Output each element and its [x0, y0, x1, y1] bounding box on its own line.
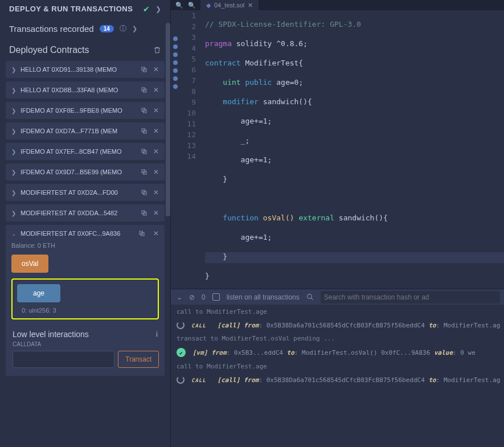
close-icon[interactable]: ✕	[153, 86, 159, 94]
copy-icon[interactable]	[141, 188, 147, 196]
trash-icon[interactable]	[153, 46, 161, 54]
search-icon[interactable]	[306, 293, 314, 301]
age-result: 0: uint256: 3	[22, 307, 152, 314]
copy-icon[interactable]	[141, 86, 147, 94]
contract-item[interactable]: ❯ MODIFIERTEST AT 0XDDA...5482 ✕	[6, 204, 165, 222]
contract-label: MODIFIERTEST AT 0XD2A...FD00	[21, 189, 136, 196]
calldata-input[interactable]	[13, 351, 114, 368]
tab-filename: 04_test.sol	[214, 2, 244, 9]
close-icon[interactable]: ✕	[153, 209, 159, 217]
contract-item[interactable]: ❯ IFDEMO AT 0XD7A...F771B (MEM ✕	[6, 122, 165, 140]
deployed-title: Deployed Contracts	[9, 45, 89, 55]
chevron-down-icon[interactable]: ⌄	[11, 231, 16, 237]
ban-icon[interactable]: ⊘	[189, 293, 195, 301]
chevron-right-icon: ❯	[11, 149, 16, 155]
contract-item[interactable]: ❯ IFDEMO AT 0XF8E...9FBE8 (MEMO ✕	[6, 102, 165, 119]
contract-label: HELLO AT 0XD8B...33FA8 (MEMO	[21, 87, 136, 93]
terminal-line: CALL [call] from: 0x5B38Da6a701c568545dC…	[177, 376, 500, 384]
chevron-right-icon[interactable]: ❯	[155, 5, 161, 13]
terminal-line: transact to ModifierTest.osVal pending .…	[177, 335, 500, 342]
close-icon[interactable]: ✕	[153, 127, 159, 135]
contract-label: IFDEMO AT 0X7EF...8CB47 (MEMO	[21, 148, 136, 155]
close-icon[interactable]: ✕	[153, 106, 159, 114]
contract-item[interactable]: ❯ HELLO AT 0XD8B...33FA8 (MEMO ✕	[6, 81, 165, 99]
low-level-title: Low level interactions	[13, 330, 89, 339]
age-button[interactable]: age	[17, 284, 60, 302]
breakpoint-icon[interactable]	[173, 84, 178, 89]
editor-tab[interactable]: ◆ 04_test.sol ✕	[200, 0, 259, 10]
close-icon[interactable]: ✕	[153, 168, 159, 176]
breakpoint-icon[interactable]	[173, 68, 178, 73]
breakpoint-icon[interactable]	[173, 36, 178, 41]
contract-label: MODIFIERTEST AT 0XDDA...5482	[21, 210, 136, 216]
spinner-icon	[177, 321, 185, 329]
contract-label: IFDEMO AT 0XD7A...F771B (MEM	[21, 128, 136, 134]
breakpoint-icon[interactable]	[173, 44, 178, 49]
pending-count: 0	[202, 293, 206, 301]
code-editor[interactable]: 1234 5678 9101112 1314 // SPDX-License-I…	[171, 10, 504, 289]
transact-button[interactable]: Transact	[118, 351, 159, 368]
close-icon[interactable]: ✕	[153, 229, 159, 237]
transactions-label: Transactions recorded	[9, 24, 94, 34]
terminal-line: call to ModifierTest.age	[177, 308, 500, 315]
chevron-right-icon: ❯	[11, 67, 16, 73]
copy-icon[interactable]	[141, 65, 147, 73]
chevron-right-icon: ❯	[11, 128, 16, 134]
panel-title: DEPLOY & RUN TRANSACTIONS	[9, 5, 133, 13]
svg-line-19	[311, 298, 313, 300]
chevron-right-icon: ❯	[11, 87, 16, 93]
spinner-icon	[177, 376, 185, 384]
contract-label: IFDEMO AT 0XF8E...9FBE8 (MEMO	[21, 107, 136, 114]
chevrons-down-icon[interactable]: ⌄	[177, 293, 182, 301]
calldata-label: CALLDATA	[13, 341, 158, 347]
terminal-line: ✔ [vm] from: 0x5B3...eddC4 to: ModifierT…	[177, 348, 500, 357]
chevron-right-icon: ❯	[11, 169, 16, 175]
copy-icon[interactable]	[141, 168, 147, 176]
check-icon[interactable]: ✔	[143, 5, 150, 14]
contract-item[interactable]: ❯ IFDEMO AT 0X7EF...8CB47 (MEMO ✕	[6, 143, 165, 160]
contract-item-expanded: ⌄ MODIFIERTEST AT 0X0FC...9A836 ✕ Balanc…	[6, 225, 165, 376]
success-icon: ✔	[177, 348, 186, 357]
terminal-output[interactable]: call to ModifierTest.age CALL [call] fro…	[171, 305, 504, 447]
scrollbar[interactable]	[166, 23, 170, 216]
info-icon[interactable]: i	[156, 330, 158, 339]
solidity-icon: ◆	[206, 2, 211, 9]
copy-icon[interactable]	[138, 230, 145, 237]
info-icon[interactable]: ⓘ	[120, 24, 126, 34]
copy-icon[interactable]	[141, 127, 147, 135]
copy-icon[interactable]	[141, 209, 147, 217]
contract-label: IFDEMO AT 0X9D7...B5E99 (MEMO	[21, 169, 136, 175]
line-gutter: 1234 5678 9101112 1314	[180, 10, 200, 289]
close-tab-icon[interactable]: ✕	[248, 2, 253, 9]
terminal-line: CALL [call] from: 0x5B38Da6a701c568545dC…	[177, 321, 500, 329]
contract-item[interactable]: ❯ HELLO AT 0XD91...39138 (MEMO ✕	[6, 61, 165, 78]
close-icon[interactable]: ✕	[153, 147, 159, 155]
age-highlight-box: age 0: uint256: 3	[11, 278, 159, 319]
zoom-out-icon[interactable]: 🔍	[175, 2, 183, 9]
terminal-search-input[interactable]	[321, 291, 501, 304]
chevron-right-icon: ❯	[11, 190, 16, 196]
breakpoint-icon[interactable]	[173, 52, 178, 57]
contract-label: HELLO AT 0XD91...39138 (MEMO	[21, 66, 136, 73]
zoom-in-icon[interactable]: 🔍	[188, 2, 196, 9]
chevron-right-icon: ❯	[11, 108, 16, 114]
contract-item[interactable]: ❯ MODIFIERTEST AT 0XD2A...FD00 ✕	[6, 184, 165, 201]
listen-label: listen on all transactions	[227, 293, 300, 301]
copy-icon[interactable]	[141, 106, 147, 114]
transactions-count: 14	[100, 25, 114, 32]
copy-icon[interactable]	[141, 147, 147, 155]
listen-checkbox[interactable]	[212, 293, 220, 301]
close-icon[interactable]: ✕	[153, 65, 159, 73]
breakpoint-icon[interactable]	[173, 60, 178, 65]
chevron-right-icon[interactable]: ❯	[132, 25, 137, 32]
close-icon[interactable]: ✕	[153, 188, 159, 196]
terminal-line: call to ModifierTest.age	[177, 363, 500, 370]
contract-item[interactable]: ❯ IFDEMO AT 0X9D7...B5E99 (MEMO ✕	[6, 163, 165, 181]
contract-label: MODIFIERTEST AT 0X0FC...9A836	[21, 230, 134, 237]
chevron-right-icon: ❯	[11, 210, 16, 216]
code-content[interactable]: // SPDX-License-Identifier: GPL-3.0 prag…	[200, 10, 504, 289]
svg-point-18	[307, 294, 312, 299]
osval-button[interactable]: osVal	[11, 255, 48, 273]
balance-label: Balance: 0 ETH	[11, 242, 159, 249]
breakpoint-icon[interactable]	[173, 76, 178, 81]
